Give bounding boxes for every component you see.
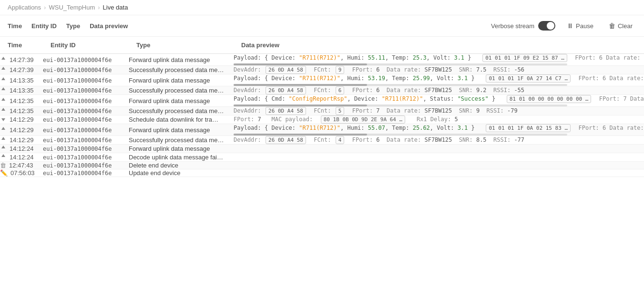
col-preview: Data preview (90, 22, 128, 30)
verbose-stream-control: Verbose stream (491, 21, 555, 31)
entity-id-cell: eui-00137a1000004f6e (43, 107, 129, 115)
scroll-bar[interactable] (234, 63, 567, 65)
breadcrumb-wsu[interactable]: WSU_TempHum (49, 4, 95, 11)
verbose-toggle-switch[interactable] (538, 21, 555, 31)
table-row: 14:12:24 eui-00137a1000004f6e Forward up… (0, 145, 644, 153)
preview-cell: FPort: 7 MAC payload: 80 1B 0B 0D 9D 2E … (234, 115, 644, 124)
entity-id: eui-00137a1000004f6e (43, 67, 112, 73)
breadcrumb-current: Live data (103, 4, 128, 11)
preview-cell (234, 169, 644, 177)
col-type: Type (66, 22, 80, 30)
entity-id-cell: eui-00137a1000004f6e (43, 74, 129, 86)
preview-content: DevAddr: 26 0D A4 58 FCnt: 6 FPort: 6 Da… (234, 86, 644, 94)
scroll-bar[interactable] (234, 104, 567, 106)
breadcrumb-applications[interactable]: Applications (8, 4, 41, 11)
entity-id: eui-00137a1000004f6e (43, 87, 112, 94)
table-row: ✏️ 07:56:03 eui-00137a1000004f6e Update … (0, 169, 644, 177)
preview-cell: Payload: { Device: "R711(R712)", Humi: 5… (234, 54, 644, 66)
time-cell: 14:12:24 (0, 153, 43, 162)
table-row: 14:27:39 eui-00137a1000004f6e Forward up… (0, 54, 644, 66)
th-entity: Entity ID (43, 37, 129, 54)
col-entity: Entity ID (31, 22, 57, 30)
type-cell: Successfully processed data me… (129, 66, 234, 74)
preview-content: DevAddr: 26 0D A4 58 FCnt: 9 FPort: 6 Da… (234, 66, 644, 74)
th-preview: Data preview (234, 37, 644, 54)
preview-content: Payload: { Device: "R711(R712)", Humi: 5… (234, 124, 644, 132)
entity-id: eui-00137a1000004f6e (43, 57, 112, 63)
direction-icon (0, 66, 7, 74)
type-cell: Forward uplink data message (129, 145, 234, 153)
preview-cell (234, 145, 644, 153)
time-cell: 14:13:35 (0, 86, 43, 95)
time-value: 14:12:29 (10, 136, 34, 144)
preview-cell (234, 153, 644, 162)
table-row: 14:12:24 eui-00137a1000004f6e Decode upl… (0, 153, 644, 162)
direction-icon (0, 97, 7, 105)
time-value: 14:27:39 (10, 56, 34, 63)
direction-icon (0, 153, 7, 161)
preview-cell: Payload: { Device: "R711(R712)", Humi: 5… (234, 124, 644, 136)
entity-id: eui-00137a1000004f6e (43, 170, 112, 177)
preview-cell: Payload: { Cmd: "ConfigReportRsp", Devic… (234, 95, 644, 107)
table-row: 🗑 12:47:43 eui-00137a1000004f6e Delete e… (0, 162, 644, 169)
message-type: Delete end device (129, 162, 178, 169)
type-cell: Forward uplink data message (129, 74, 234, 86)
time-cell: 14:12:35 (0, 95, 43, 107)
message-type: Decode uplink data message fai… (129, 154, 223, 161)
type-cell: Schedule data downlink for tra… (129, 115, 234, 124)
message-type: Forward uplink data message (129, 126, 210, 134)
entity-id: eui-00137a1000004f6e (43, 137, 112, 144)
time-cell: 🗑 12:47:43 (0, 162, 43, 169)
time-value: 14:27:39 (10, 66, 34, 73)
table-row: 14:12:29 eui-00137a1000004f6e Forward up… (0, 124, 644, 136)
time-value: 14:12:24 (10, 145, 34, 152)
message-type: Successfully processed data me… (129, 136, 224, 144)
entity-id: eui-00137a1000004f6e (43, 127, 112, 134)
breadcrumb-sep-2: › (98, 4, 100, 11)
toolbar-right: Verbose stream ⏸ Pause 🗑 Clear (491, 20, 636, 31)
clear-button[interactable]: 🗑 Clear (605, 20, 636, 31)
time-cell: 14:12:29 (0, 136, 43, 145)
type-cell: Forward uplink data message (129, 124, 234, 136)
message-type: Successfully processed data me… (129, 66, 224, 73)
table-row: 14:12:35 eui-00137a1000004f6e Forward up… (0, 95, 644, 107)
toolbar: Time Entity ID Type Data preview Verbose… (0, 15, 644, 37)
entity-id-cell: eui-00137a1000004f6e (43, 95, 129, 107)
time-value: 14:12:29 (10, 126, 34, 134)
direction-icon (0, 86, 7, 94)
entity-id-cell: eui-00137a1000004f6e (43, 136, 129, 145)
time-cell: 14:13:35 (0, 74, 43, 86)
pause-button[interactable]: ⏸ Pause (563, 20, 597, 31)
type-cell: Successfully processed data me… (129, 86, 234, 95)
direction-icon: 🗑 (0, 162, 6, 169)
preview-content: DevAddr: 26 0D A4 58 FCnt: 4 FPort: 6 Da… (234, 136, 644, 144)
preview-content: Payload: { Cmd: "ConfigReportRsp", Devic… (234, 95, 644, 103)
entity-id-cell: eui-00137a1000004f6e (43, 162, 129, 169)
type-cell: Forward uplink data message (129, 95, 234, 107)
preview-cell: DevAddr: 26 0D A4 58 FCnt: 6 FPort: 6 Da… (234, 86, 644, 95)
table-row: 14:13:35 eui-00137a1000004f6e Forward up… (0, 74, 644, 86)
scroll-bar[interactable] (234, 134, 567, 136)
preview-content: Payload: { Device: "R711(R712)", Humi: 5… (234, 54, 644, 62)
entity-id: eui-00137a1000004f6e (43, 98, 112, 104)
entity-id: eui-00137a1000004f6e (43, 154, 112, 161)
time-value: 14:13:35 (10, 77, 34, 84)
type-cell: Successfully processed data me… (129, 107, 234, 115)
message-type: Forward uplink data message (129, 97, 210, 104)
table-row: 14:12:35 eui-00137a1000004f6e Successful… (0, 107, 644, 115)
entity-id-cell: eui-00137a1000004f6e (43, 66, 129, 74)
direction-icon (0, 136, 7, 144)
message-type: Schedule data downlink for tra… (129, 116, 218, 123)
direction-icon (0, 115, 7, 124)
entity-id: eui-00137a1000004f6e (43, 116, 112, 123)
direction-icon (0, 76, 7, 84)
time-value: 14:12:24 (10, 154, 34, 161)
message-type: Forward uplink data message (129, 77, 210, 84)
type-cell: Update end device (129, 169, 234, 177)
direction-icon (0, 145, 7, 153)
time-cell: ✏️ 07:56:03 (0, 169, 43, 177)
entity-id-cell: eui-00137a1000004f6e (43, 124, 129, 136)
scroll-bar[interactable] (234, 84, 567, 86)
preview-content: Payload: { Device: "R711(R712)", Humi: 5… (234, 74, 644, 83)
table-row: 14:12:29 eui-00137a1000004f6e Successful… (0, 136, 644, 145)
